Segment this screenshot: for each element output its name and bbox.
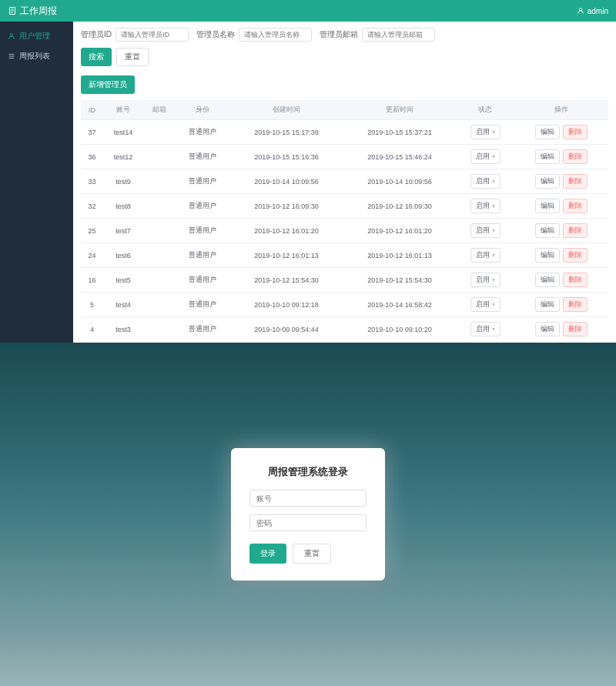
login-account-input[interactable] <box>249 490 367 507</box>
filter-email-input[interactable] <box>362 28 435 42</box>
login-title: 周报管理系统登录 <box>249 465 367 479</box>
cell-updated: 2019-10-12 16:09:30 <box>343 194 456 219</box>
delete-button[interactable]: 删除 <box>563 223 588 238</box>
login-password-input[interactable] <box>249 514 367 531</box>
delete-button[interactable]: 删除 <box>563 149 588 164</box>
table-header-row: ID 账号 邮箱 身份 创建时间 更新时间 状态 操作 <box>81 100 608 120</box>
status-dropdown[interactable]: 启用▾ <box>470 125 500 139</box>
cell-created: 2019-10-09 09:54:44 <box>229 317 343 342</box>
edit-button[interactable]: 编辑 <box>535 322 560 336</box>
cell-account: test12 <box>103 145 143 169</box>
svg-point-4 <box>579 8 581 11</box>
user-menu[interactable]: admin <box>577 7 608 15</box>
header-title-group: 工作周报 <box>8 5 57 18</box>
status-dropdown[interactable]: 启用▾ <box>470 199 500 213</box>
filter-id-group: 管理员ID <box>81 28 189 42</box>
cell-updated: 2019-10-10 09:10:20 <box>343 317 456 342</box>
cell-account: test6 <box>103 243 143 268</box>
status-dropdown[interactable]: 启用▾ <box>470 297 500 312</box>
username: admin <box>588 7 608 15</box>
delete-button[interactable]: 删除 <box>563 174 588 189</box>
cell-id: 33 <box>81 169 103 194</box>
edit-button[interactable]: 编辑 <box>535 174 560 189</box>
add-admin-button[interactable]: 新增管理员 <box>81 75 135 94</box>
cell-id: 24 <box>81 243 103 268</box>
edit-button[interactable]: 编辑 <box>535 273 560 287</box>
header: 工作周报 admin <box>0 0 616 22</box>
login-reset-button[interactable]: 重置 <box>293 544 331 564</box>
status-dropdown[interactable]: 启用▾ <box>470 248 500 263</box>
sidebar-item-report-list[interactable]: 周报列表 <box>0 46 73 66</box>
cell-created: 2019-10-12 16:09:30 <box>229 194 343 219</box>
cell-updated: 2019-10-12 16:01:13 <box>343 243 456 268</box>
delete-button[interactable]: 删除 <box>563 199 588 213</box>
sidebar-item-user-mgmt[interactable]: 用户管理 <box>0 26 73 46</box>
filter-button-row: 搜索 重置 <box>81 48 608 66</box>
filter-row: 管理员ID 管理员名称 管理员邮箱 <box>81 28 608 42</box>
cell-id: 32 <box>81 194 103 219</box>
col-id: ID <box>81 100 103 120</box>
chevron-down-icon: ▾ <box>492 202 495 209</box>
cell-account: test9 <box>103 169 143 194</box>
status-dropdown[interactable]: 启用▾ <box>470 149 500 164</box>
cell-action: 编辑 删除 <box>514 194 608 219</box>
cell-role: 普通用户 <box>176 120 230 145</box>
table-row: 4 test3 普通用户 2019-10-09 09:54:44 2019-10… <box>81 317 608 342</box>
edit-button[interactable]: 编辑 <box>535 297 560 312</box>
edit-button[interactable]: 编辑 <box>535 199 560 213</box>
sidebar-item-label: 周报列表 <box>19 51 50 62</box>
filter-email-group: 管理员邮箱 <box>320 28 435 42</box>
edit-button[interactable]: 编辑 <box>535 149 560 164</box>
delete-button[interactable]: 删除 <box>563 322 588 336</box>
status-dropdown[interactable]: 启用▾ <box>470 322 500 336</box>
status-dropdown[interactable]: 启用▾ <box>470 273 500 287</box>
cell-account: test3 <box>103 317 143 342</box>
svg-point-5 <box>10 34 12 36</box>
filter-name-input[interactable] <box>239 28 312 42</box>
filter-name-group: 管理员名称 <box>196 28 312 42</box>
cell-created: 2019-10-12 16:01:13 <box>229 243 343 268</box>
cell-status: 启用▾ <box>456 169 514 194</box>
reset-button[interactable]: 重置 <box>116 48 149 66</box>
filter-id-label: 管理员ID <box>81 29 112 40</box>
search-button[interactable]: 搜索 <box>81 48 112 66</box>
cell-role: 普通用户 <box>176 268 230 293</box>
edit-button[interactable]: 编辑 <box>535 125 560 139</box>
cell-account: test7 <box>103 219 143 243</box>
delete-button[interactable]: 删除 <box>563 125 588 139</box>
delete-button[interactable]: 删除 <box>563 248 588 263</box>
cell-email <box>143 317 176 342</box>
chevron-down-icon: ▾ <box>492 153 495 160</box>
cell-account: test5 <box>103 268 143 293</box>
cell-status: 启用▾ <box>456 194 514 219</box>
status-dropdown[interactable]: 启用▾ <box>470 174 500 189</box>
filter-email-label: 管理员邮箱 <box>320 29 358 40</box>
cell-created: 2019-10-15 15:17:39 <box>229 120 343 145</box>
col-role: 身份 <box>176 100 230 120</box>
cell-status: 启用▾ <box>456 268 514 293</box>
cell-action: 编辑 删除 <box>514 219 608 243</box>
sidebar-item-label: 用户管理 <box>19 31 50 42</box>
edit-button[interactable]: 编辑 <box>535 248 560 263</box>
edit-button[interactable]: 编辑 <box>535 223 560 238</box>
list-icon <box>8 52 15 60</box>
status-dropdown[interactable]: 启用▾ <box>470 223 500 238</box>
cell-id: 36 <box>81 145 103 169</box>
cell-status: 启用▾ <box>456 293 514 317</box>
filter-name-label: 管理员名称 <box>196 29 235 40</box>
col-account: 账号 <box>103 100 143 120</box>
table-row: 16 test5 普通用户 2019-10-12 15:54:30 2019-1… <box>81 268 608 293</box>
filter-id-input[interactable] <box>116 28 189 42</box>
login-button[interactable]: 登录 <box>249 544 286 564</box>
chevron-down-icon: ▾ <box>492 178 495 185</box>
delete-button[interactable]: 删除 <box>563 297 588 312</box>
cell-role: 普通用户 <box>176 194 230 219</box>
cell-action: 编辑 删除 <box>514 120 608 145</box>
cell-action: 编辑 删除 <box>514 293 608 317</box>
table-row: 36 test12 普通用户 2019-10-15 15:16:36 2019-… <box>81 145 608 169</box>
cell-email <box>143 145 176 169</box>
chevron-down-icon: ▾ <box>492 252 495 259</box>
delete-button[interactable]: 删除 <box>563 273 588 287</box>
admin-panel: 工作周报 admin 用户管理 周报列表 <box>0 0 616 343</box>
cell-role: 普通用户 <box>176 243 230 268</box>
